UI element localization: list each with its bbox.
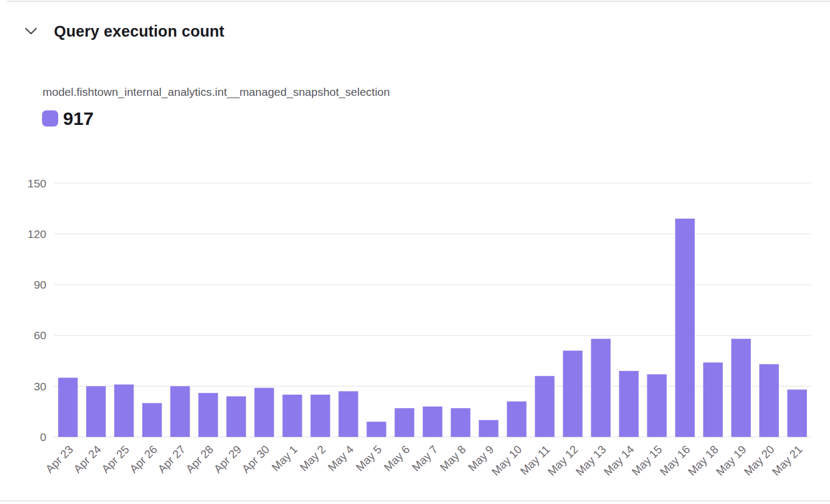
bar[interactable]	[647, 374, 667, 437]
bar[interactable]	[310, 395, 330, 437]
x-axis-label: May 18	[686, 443, 721, 478]
legend-swatch	[42, 110, 58, 127]
panel-header: Query execution count	[24, 22, 224, 40]
bar[interactable]	[479, 420, 498, 437]
bar-chart: 0306090120150Apr 23Apr 24Apr 25Apr 26Apr…	[0, 162, 830, 501]
x-axis-label: Apr 23	[43, 443, 75, 475]
x-axis-label: May 1	[269, 443, 300, 474]
x-axis-label: May 2	[298, 443, 328, 474]
bar[interactable]	[703, 362, 723, 437]
y-axis-label: 120	[27, 228, 46, 240]
x-axis-label: May 16	[658, 443, 693, 478]
query-execution-panel: Query execution count model.fishtown_int…	[0, 0, 830, 504]
bar[interactable]	[787, 390, 807, 437]
x-axis-label: May 11	[518, 443, 552, 478]
bar[interactable]	[507, 402, 527, 437]
chevron-down-icon[interactable]	[24, 25, 37, 38]
x-axis-label: May 19	[714, 443, 749, 478]
x-axis-label: May 13	[573, 443, 608, 478]
bar[interactable]	[563, 351, 583, 437]
bottom-divider	[0, 500, 830, 501]
bar[interactable]	[619, 371, 639, 437]
bar[interactable]	[451, 408, 470, 437]
x-axis-label: May 10	[489, 443, 524, 478]
x-axis-label: May 12	[545, 443, 580, 478]
bar[interactable]	[142, 403, 162, 437]
bar[interactable]	[114, 384, 134, 437]
bar[interactable]	[58, 378, 78, 437]
x-axis-label: May 6	[382, 443, 412, 474]
x-axis-label: Apr 29	[211, 443, 244, 475]
bar[interactable]	[254, 388, 274, 437]
bar[interactable]	[170, 386, 190, 437]
bar[interactable]	[591, 339, 611, 437]
bar[interactable]	[198, 393, 218, 437]
bar[interactable]	[731, 339, 751, 437]
x-axis-label: Apr 28	[183, 443, 216, 475]
x-axis-label: Apr 30	[239, 443, 272, 475]
x-axis-label: Apr 27	[155, 443, 188, 475]
x-axis-label: Apr 24	[71, 443, 103, 475]
bar[interactable]	[86, 386, 106, 437]
panel-title: Query execution count	[54, 22, 224, 40]
x-axis-label: Apr 25	[99, 443, 132, 475]
x-axis-label: May 5	[354, 443, 384, 474]
bar[interactable]	[675, 219, 695, 437]
top-divider	[7, 1, 830, 2]
y-axis-label: 90	[34, 278, 46, 291]
chart-legend: 917	[42, 109, 94, 128]
bar[interactable]	[366, 422, 386, 437]
bar[interactable]	[423, 407, 442, 437]
x-axis-label: May 21	[770, 443, 805, 478]
bar[interactable]	[535, 376, 555, 437]
y-axis-label: 150	[27, 177, 46, 190]
y-axis-label: 30	[34, 380, 46, 393]
bar[interactable]	[226, 396, 246, 437]
x-axis-label: Apr 26	[127, 443, 160, 475]
y-axis-label: 0	[40, 431, 46, 443]
legend-value: 917	[63, 109, 94, 128]
x-axis-label: May 8	[438, 443, 468, 474]
x-axis-label: May 7	[410, 443, 440, 474]
bar[interactable]	[282, 395, 302, 437]
x-axis-label: May 14	[601, 443, 637, 478]
x-axis-label: May 20	[742, 443, 777, 478]
x-axis-label: May 4	[326, 443, 356, 473]
bar[interactable]	[395, 408, 414, 437]
series-name-label: model.fishtown_internal_analytics.int__m…	[43, 85, 390, 99]
x-axis-label: May 15	[630, 443, 665, 478]
bar[interactable]	[338, 391, 358, 437]
y-axis-label: 60	[34, 329, 46, 341]
bar[interactable]	[759, 364, 779, 437]
